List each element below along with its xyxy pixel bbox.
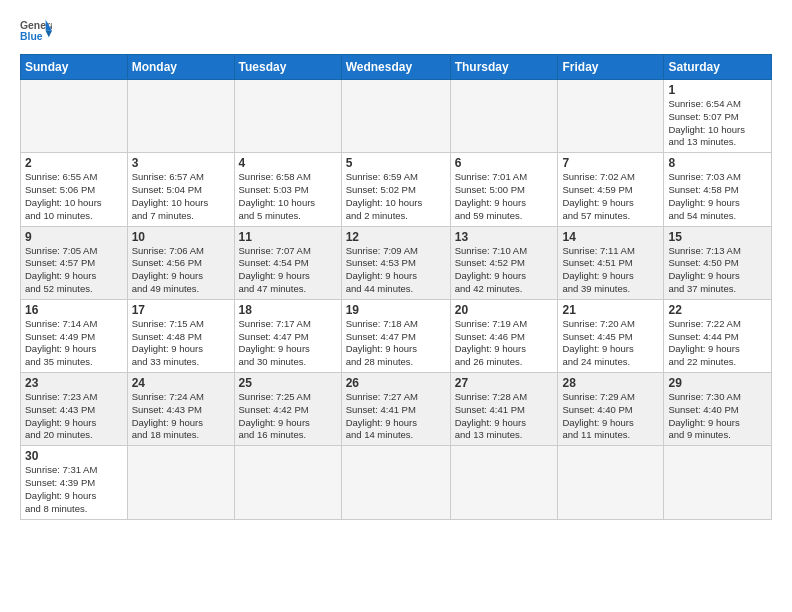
calendar-week-6: 30Sunrise: 7:31 AM Sunset: 4:39 PM Dayli… — [21, 446, 772, 519]
day-number: 19 — [346, 303, 446, 317]
logo-icon: General Blue — [20, 16, 52, 44]
calendar-cell: 28Sunrise: 7:29 AM Sunset: 4:40 PM Dayli… — [558, 373, 664, 446]
calendar-cell: 21Sunrise: 7:20 AM Sunset: 4:45 PM Dayli… — [558, 299, 664, 372]
day-number: 1 — [668, 83, 767, 97]
calendar-cell — [127, 80, 234, 153]
day-number: 16 — [25, 303, 123, 317]
calendar-cell — [450, 446, 558, 519]
day-info: Sunrise: 7:31 AM Sunset: 4:39 PM Dayligh… — [25, 464, 123, 515]
day-number: 14 — [562, 230, 659, 244]
day-number: 10 — [132, 230, 230, 244]
day-number: 7 — [562, 156, 659, 170]
weekday-header-sunday: Sunday — [21, 55, 128, 80]
svg-marker-3 — [46, 31, 52, 37]
day-info: Sunrise: 7:17 AM Sunset: 4:47 PM Dayligh… — [239, 318, 337, 369]
calendar-week-5: 23Sunrise: 7:23 AM Sunset: 4:43 PM Dayli… — [21, 373, 772, 446]
calendar-cell — [21, 80, 128, 153]
calendar-week-4: 16Sunrise: 7:14 AM Sunset: 4:49 PM Dayli… — [21, 299, 772, 372]
day-number: 11 — [239, 230, 337, 244]
day-info: Sunrise: 7:05 AM Sunset: 4:57 PM Dayligh… — [25, 245, 123, 296]
calendar-week-2: 2Sunrise: 6:55 AM Sunset: 5:06 PM Daylig… — [21, 153, 772, 226]
calendar-week-1: 1Sunrise: 6:54 AM Sunset: 5:07 PM Daylig… — [21, 80, 772, 153]
day-number: 25 — [239, 376, 337, 390]
day-number: 15 — [668, 230, 767, 244]
day-info: Sunrise: 7:27 AM Sunset: 4:41 PM Dayligh… — [346, 391, 446, 442]
calendar-cell: 26Sunrise: 7:27 AM Sunset: 4:41 PM Dayli… — [341, 373, 450, 446]
calendar-cell: 23Sunrise: 7:23 AM Sunset: 4:43 PM Dayli… — [21, 373, 128, 446]
day-info: Sunrise: 7:25 AM Sunset: 4:42 PM Dayligh… — [239, 391, 337, 442]
calendar-cell: 5Sunrise: 6:59 AM Sunset: 5:02 PM Daylig… — [341, 153, 450, 226]
day-info: Sunrise: 7:19 AM Sunset: 4:46 PM Dayligh… — [455, 318, 554, 369]
day-number: 28 — [562, 376, 659, 390]
calendar-cell: 15Sunrise: 7:13 AM Sunset: 4:50 PM Dayli… — [664, 226, 772, 299]
day-info: Sunrise: 7:10 AM Sunset: 4:52 PM Dayligh… — [455, 245, 554, 296]
header: General Blue — [20, 16, 772, 44]
day-info: Sunrise: 7:18 AM Sunset: 4:47 PM Dayligh… — [346, 318, 446, 369]
calendar-cell — [558, 446, 664, 519]
weekday-header-tuesday: Tuesday — [234, 55, 341, 80]
calendar-cell: 30Sunrise: 7:31 AM Sunset: 4:39 PM Dayli… — [21, 446, 128, 519]
calendar-cell: 11Sunrise: 7:07 AM Sunset: 4:54 PM Dayli… — [234, 226, 341, 299]
day-number: 20 — [455, 303, 554, 317]
day-info: Sunrise: 7:30 AM Sunset: 4:40 PM Dayligh… — [668, 391, 767, 442]
calendar-cell: 1Sunrise: 6:54 AM Sunset: 5:07 PM Daylig… — [664, 80, 772, 153]
calendar-cell: 17Sunrise: 7:15 AM Sunset: 4:48 PM Dayli… — [127, 299, 234, 372]
logo: General Blue — [20, 16, 52, 44]
weekday-header-saturday: Saturday — [664, 55, 772, 80]
weekday-header-monday: Monday — [127, 55, 234, 80]
day-info: Sunrise: 7:03 AM Sunset: 4:58 PM Dayligh… — [668, 171, 767, 222]
calendar-cell — [127, 446, 234, 519]
calendar-cell: 9Sunrise: 7:05 AM Sunset: 4:57 PM Daylig… — [21, 226, 128, 299]
day-number: 26 — [346, 376, 446, 390]
day-info: Sunrise: 7:02 AM Sunset: 4:59 PM Dayligh… — [562, 171, 659, 222]
weekday-header-thursday: Thursday — [450, 55, 558, 80]
calendar-cell: 18Sunrise: 7:17 AM Sunset: 4:47 PM Dayli… — [234, 299, 341, 372]
day-info: Sunrise: 7:06 AM Sunset: 4:56 PM Dayligh… — [132, 245, 230, 296]
day-info: Sunrise: 7:09 AM Sunset: 4:53 PM Dayligh… — [346, 245, 446, 296]
day-number: 18 — [239, 303, 337, 317]
day-info: Sunrise: 7:11 AM Sunset: 4:51 PM Dayligh… — [562, 245, 659, 296]
day-number: 30 — [25, 449, 123, 463]
day-info: Sunrise: 7:23 AM Sunset: 4:43 PM Dayligh… — [25, 391, 123, 442]
day-number: 12 — [346, 230, 446, 244]
calendar-cell — [234, 446, 341, 519]
day-number: 2 — [25, 156, 123, 170]
day-info: Sunrise: 6:59 AM Sunset: 5:02 PM Dayligh… — [346, 171, 446, 222]
day-info: Sunrise: 7:14 AM Sunset: 4:49 PM Dayligh… — [25, 318, 123, 369]
calendar-cell — [341, 80, 450, 153]
weekday-header-row: SundayMondayTuesdayWednesdayThursdayFrid… — [21, 55, 772, 80]
page: General Blue SundayMondayTuesdayWednesda… — [0, 0, 792, 612]
calendar-cell: 20Sunrise: 7:19 AM Sunset: 4:46 PM Dayli… — [450, 299, 558, 372]
day-info: Sunrise: 7:20 AM Sunset: 4:45 PM Dayligh… — [562, 318, 659, 369]
calendar-cell: 13Sunrise: 7:10 AM Sunset: 4:52 PM Dayli… — [450, 226, 558, 299]
calendar-cell: 29Sunrise: 7:30 AM Sunset: 4:40 PM Dayli… — [664, 373, 772, 446]
weekday-header-friday: Friday — [558, 55, 664, 80]
day-info: Sunrise: 6:55 AM Sunset: 5:06 PM Dayligh… — [25, 171, 123, 222]
day-number: 22 — [668, 303, 767, 317]
calendar-cell: 24Sunrise: 7:24 AM Sunset: 4:43 PM Dayli… — [127, 373, 234, 446]
calendar-cell: 2Sunrise: 6:55 AM Sunset: 5:06 PM Daylig… — [21, 153, 128, 226]
weekday-header-wednesday: Wednesday — [341, 55, 450, 80]
day-info: Sunrise: 7:13 AM Sunset: 4:50 PM Dayligh… — [668, 245, 767, 296]
calendar-cell: 14Sunrise: 7:11 AM Sunset: 4:51 PM Dayli… — [558, 226, 664, 299]
day-info: Sunrise: 6:54 AM Sunset: 5:07 PM Dayligh… — [668, 98, 767, 149]
calendar-cell: 4Sunrise: 6:58 AM Sunset: 5:03 PM Daylig… — [234, 153, 341, 226]
calendar-week-3: 9Sunrise: 7:05 AM Sunset: 4:57 PM Daylig… — [21, 226, 772, 299]
day-number: 5 — [346, 156, 446, 170]
calendar-cell: 22Sunrise: 7:22 AM Sunset: 4:44 PM Dayli… — [664, 299, 772, 372]
day-info: Sunrise: 7:24 AM Sunset: 4:43 PM Dayligh… — [132, 391, 230, 442]
calendar-cell — [558, 80, 664, 153]
day-number: 3 — [132, 156, 230, 170]
calendar-cell — [664, 446, 772, 519]
calendar-cell: 25Sunrise: 7:25 AM Sunset: 4:42 PM Dayli… — [234, 373, 341, 446]
day-info: Sunrise: 7:07 AM Sunset: 4:54 PM Dayligh… — [239, 245, 337, 296]
calendar-cell — [341, 446, 450, 519]
day-info: Sunrise: 6:58 AM Sunset: 5:03 PM Dayligh… — [239, 171, 337, 222]
calendar-cell — [234, 80, 341, 153]
day-info: Sunrise: 6:57 AM Sunset: 5:04 PM Dayligh… — [132, 171, 230, 222]
day-info: Sunrise: 7:29 AM Sunset: 4:40 PM Dayligh… — [562, 391, 659, 442]
day-number: 6 — [455, 156, 554, 170]
day-info: Sunrise: 7:28 AM Sunset: 4:41 PM Dayligh… — [455, 391, 554, 442]
calendar-cell: 27Sunrise: 7:28 AM Sunset: 4:41 PM Dayli… — [450, 373, 558, 446]
calendar-cell: 19Sunrise: 7:18 AM Sunset: 4:47 PM Dayli… — [341, 299, 450, 372]
